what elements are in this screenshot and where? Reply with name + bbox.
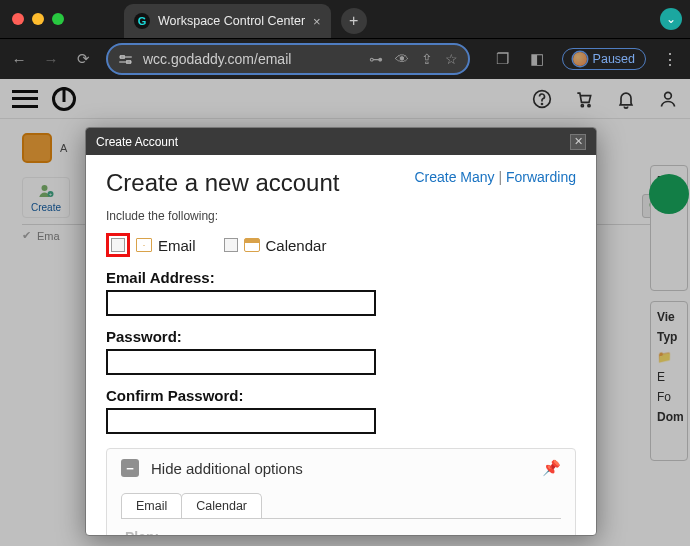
browser-menu-icon[interactable]: ⋮ (662, 50, 680, 69)
bookmark-star-icon[interactable]: ☆ (445, 51, 458, 67)
window-close-dot[interactable] (12, 13, 24, 25)
profile-chevron-icon[interactable]: ⌄ (660, 8, 682, 30)
browser-chrome: G Workspace Control Center × + ⌄ ← → ⟳ w… (0, 0, 690, 79)
email-field: Email Address: (106, 269, 576, 316)
dialog-titlebar: Create Account ✕ (86, 128, 596, 155)
include-label: Include the following: (106, 209, 576, 223)
password-field-label: Password: (106, 328, 576, 345)
inner-tab-email[interactable]: Email (121, 493, 182, 518)
envelope-icon (136, 238, 152, 252)
share-icon[interactable]: ⇪ (421, 51, 433, 67)
profile-paused-chip[interactable]: Paused (562, 48, 646, 70)
back-icon[interactable]: ← (10, 51, 28, 68)
include-options: Email Calendar (106, 233, 576, 257)
pin-icon[interactable]: 📌 (542, 459, 561, 477)
tab-close-icon[interactable]: × (313, 14, 321, 29)
confirm-password-input[interactable] (106, 408, 376, 434)
password-field: Password: (106, 328, 576, 375)
highlight-box (106, 233, 130, 257)
confirm-password-field-label: Confirm Password: (106, 387, 576, 404)
omnibox-actions: ⊶ 👁︎ ⇪ ☆ (369, 51, 458, 67)
link-separator: | (495, 169, 506, 185)
forward-icon[interactable]: → (42, 51, 60, 68)
window-controls (12, 13, 64, 25)
tab-favicon-icon: G (134, 13, 150, 29)
site-settings-icon[interactable] (118, 52, 133, 67)
calendar-checkbox[interactable] (224, 238, 238, 252)
inner-tab-calendar[interactable]: Calendar (181, 493, 262, 518)
create-account-dialog: Create Account ✕ Create a new account Cr… (85, 127, 597, 536)
window-zoom-dot[interactable] (52, 13, 64, 25)
email-input[interactable] (106, 290, 376, 316)
calendar-option-label: Calendar (266, 237, 327, 254)
dialog-title: Create Account (96, 135, 178, 149)
new-tab-button[interactable]: + (341, 8, 367, 34)
dialog-links: Create Many | Forwarding (414, 169, 576, 185)
include-calendar-option[interactable]: Calendar (224, 237, 327, 254)
browser-toolbar: ← → ⟳ wcc.godaddy.com/email ⊶ 👁︎ ⇪ ☆ ❐ ◧… (0, 38, 690, 79)
calendar-icon (244, 238, 260, 252)
extensions-icon[interactable]: ❐ (494, 50, 512, 68)
include-email-option[interactable]: Email (106, 233, 196, 257)
key-icon[interactable]: ⊶ (369, 51, 383, 67)
dialog-body: Create a new account Create Many | Forwa… (86, 155, 596, 535)
address-bar[interactable]: wcc.godaddy.com/email ⊶ 👁︎ ⇪ ☆ (106, 43, 470, 75)
tab-title: Workspace Control Center (158, 14, 305, 28)
plan-label: Plan: (121, 518, 561, 535)
email-field-label: Email Address: (106, 269, 576, 286)
forwarding-link[interactable]: Forwarding (506, 169, 576, 185)
additional-options-title: Hide additional options (151, 460, 303, 477)
additional-options-panel: − Hide additional options 📌 Email Calend… (106, 448, 576, 535)
collapse-button[interactable]: − (121, 459, 139, 477)
eye-off-icon[interactable]: 👁︎ (395, 51, 409, 67)
email-checkbox[interactable] (111, 238, 125, 252)
window-minimize-dot[interactable] (32, 13, 44, 25)
password-input[interactable] (106, 349, 376, 375)
reload-icon[interactable]: ⟳ (74, 50, 92, 68)
browser-tab[interactable]: G Workspace Control Center × (124, 4, 331, 38)
browser-titlebar: G Workspace Control Center × + ⌄ (0, 0, 690, 38)
inner-tabs: Email Calendar (121, 493, 561, 518)
url-text: wcc.godaddy.com/email (143, 51, 291, 67)
confirm-password-field: Confirm Password: (106, 387, 576, 434)
dialog-close-button[interactable]: ✕ (570, 134, 586, 150)
dialog-heading: Create a new account (106, 169, 339, 197)
side-panel-icon[interactable]: ◧ (528, 50, 546, 68)
create-many-link[interactable]: Create Many (414, 169, 494, 185)
email-option-label: Email (158, 237, 196, 254)
profile-avatar-icon (573, 52, 587, 66)
paused-label: Paused (593, 52, 635, 66)
